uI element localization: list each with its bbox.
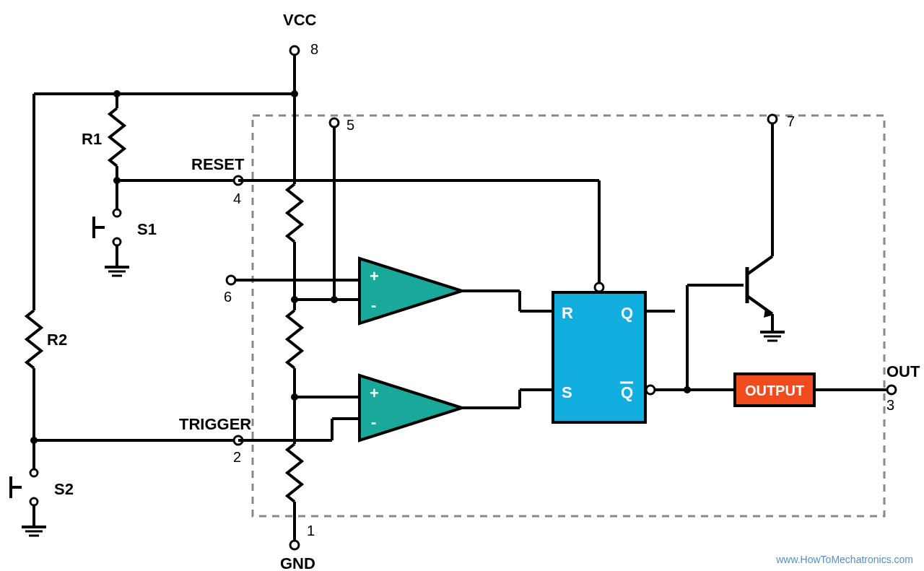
svg-text:+: + — [370, 267, 379, 285]
svg-text:-: - — [371, 413, 376, 431]
ff-q: Q — [621, 304, 633, 322]
svg-point-25 — [30, 469, 38, 476]
pin7-label: 7 — [787, 113, 795, 129]
r2-label: R2 — [47, 331, 67, 349]
pin8-label: 8 — [310, 41, 318, 57]
svg-point-77 — [768, 115, 777, 123]
svg-point-39 — [290, 541, 299, 549]
trigger-label: TRIGGER — [179, 415, 251, 433]
svg-point-65 — [646, 385, 655, 394]
pin4-label: 4 — [233, 191, 241, 206]
svg-point-43 — [227, 276, 235, 284]
output-stage-label: OUTPUT — [745, 383, 804, 398]
pin5-label: 5 — [346, 117, 354, 133]
svg-point-26 — [30, 498, 38, 505]
reset-label: RESET — [191, 155, 245, 173]
pin3-label: 3 — [886, 397, 894, 413]
ff-s: S — [562, 383, 572, 401]
watermark-url: www.HowToMechatronics.com — [775, 554, 913, 565]
svg-point-12 — [113, 238, 121, 245]
gnd-label: GND — [280, 554, 315, 571]
pin1-label: 1 — [307, 523, 315, 539]
out-label: OUT — [886, 362, 920, 380]
svg-text:+: + — [370, 384, 379, 402]
s2-label: S2 — [54, 480, 74, 498]
s1-label: S1 — [137, 220, 157, 238]
svg-line-73 — [747, 256, 772, 274]
vcc-label: VCC — [283, 11, 317, 29]
ff-r: R — [562, 304, 573, 322]
svg-point-64 — [595, 283, 603, 292]
svg-point-11 — [113, 209, 121, 217]
svg-text:-: - — [371, 296, 376, 314]
resistor-r2 — [27, 310, 41, 368]
svg-point-1 — [290, 46, 299, 55]
r1-label: R1 — [82, 130, 102, 148]
svg-point-41 — [330, 118, 339, 127]
circuit-diagram: VCC 8 R1 4 RESET S1 R2 2 TRIGGER S2 — [0, 0, 924, 571]
svg-point-69 — [887, 385, 896, 394]
ff-qbar: Q — [621, 383, 633, 401]
resistor-r1 — [110, 108, 124, 166]
pin6-label: 6 — [224, 289, 232, 305]
pin2-label: 2 — [233, 449, 241, 465]
